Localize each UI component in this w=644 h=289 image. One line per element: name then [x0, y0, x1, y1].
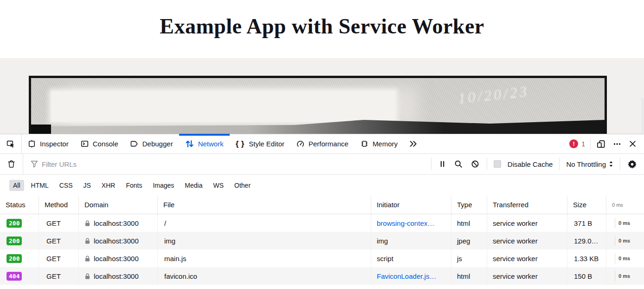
error-badge-icon[interactable]: ! — [569, 139, 578, 148]
throttling-dropdown[interactable]: No Throttling — [566, 160, 613, 168]
size-cell: 371 B — [567, 214, 606, 232]
type-cell: html — [451, 214, 487, 232]
page-title: Example App with Service Worker — [0, 0, 644, 39]
tab-label: Network — [198, 140, 224, 148]
initiator-cell: img — [371, 232, 451, 250]
tab-style-editor[interactable]: { } Style Editor — [230, 134, 290, 153]
tab-label: Style Editor — [249, 140, 284, 148]
method-cell: GET — [39, 250, 79, 267]
table-row[interactable]: 200 GET localhost:3000 img img jpeg serv… — [0, 232, 644, 250]
transferred-cell: service worker — [487, 214, 567, 232]
performance-gauge-icon — [296, 140, 304, 148]
col-transferred[interactable]: Transferred — [487, 196, 567, 214]
table-row[interactable]: 200 GET localhost:3000 main.js script js… — [0, 250, 644, 267]
initiator-cell: script — [371, 250, 451, 267]
table-row[interactable]: 200 GET localhost:3000 / browsing-contex… — [0, 214, 644, 232]
tab-console[interactable]: Console — [75, 134, 124, 153]
col-initiator[interactable]: Initiator — [371, 196, 451, 214]
filter-pill-xhr[interactable]: XHR — [98, 180, 119, 191]
clear-requests-button[interactable] — [0, 154, 23, 174]
initiator-link[interactable]: FaviconLoader.js… — [371, 267, 451, 285]
transferred-cell: service worker — [487, 267, 567, 285]
filter-pill-css[interactable]: CSS — [56, 180, 77, 191]
status-badge: 200 — [6, 219, 22, 228]
type-cell: js — [451, 250, 487, 267]
method-cell: GET — [39, 267, 79, 285]
double-chevron-icon — [409, 140, 417, 147]
network-arrows-icon — [185, 140, 194, 148]
waterfall-tick — [615, 218, 615, 228]
tab-label: Performance — [309, 140, 348, 148]
filter-pill-fonts[interactable]: Fonts — [122, 180, 146, 191]
tab-network[interactable]: Network — [179, 134, 230, 153]
tab-performance[interactable]: Performance — [290, 134, 354, 153]
col-status[interactable]: Status — [0, 196, 39, 214]
select-arrows-icon — [609, 161, 613, 167]
file-cell: img — [158, 232, 371, 250]
filter-urls-input[interactable] — [42, 160, 431, 168]
devtools-panel: Inspector Console Debugger Network — [0, 134, 644, 289]
filter-pill-js[interactable]: JS — [79, 180, 94, 191]
devtools-toolbar-right: ! 1 — [569, 134, 644, 153]
status-badge: 200 — [6, 236, 22, 245]
lock-icon — [84, 273, 90, 280]
filter-pill-media[interactable]: Media — [181, 180, 206, 191]
time-cell: 0 ms — [618, 220, 630, 226]
domain-cell: localhost:3000 — [94, 237, 139, 245]
lock-icon — [84, 220, 90, 227]
filter-pill-other[interactable]: Other — [231, 180, 254, 191]
tab-label: Console — [93, 140, 118, 148]
filter-pill-ws[interactable]: WS — [209, 180, 227, 191]
tab-label: Inspector — [40, 140, 69, 148]
time-cell: 0 ms — [618, 273, 630, 279]
gear-icon[interactable] — [627, 159, 638, 170]
divider — [431, 158, 431, 170]
lock-icon — [84, 255, 90, 262]
disable-cache-checkbox[interactable] — [494, 160, 501, 168]
tab-debugger[interactable]: Debugger — [124, 134, 179, 153]
table-row[interactable]: 404 GET localhost:3000 favicon.ico Favic… — [0, 267, 644, 285]
filter-area — [23, 160, 431, 168]
more-tools-button[interactable] — [404, 134, 423, 153]
meatball-menu-button[interactable] — [612, 139, 623, 149]
transferred-cell: service worker — [487, 232, 567, 250]
disable-cache-label: Disable Cache — [508, 160, 553, 168]
braces-icon: { } — [236, 139, 245, 149]
devtools-toolbar: Inspector Console Debugger Network — [0, 134, 644, 154]
col-waterfall[interactable]: 0 ms — [606, 196, 644, 214]
col-domain[interactable]: Domain — [79, 196, 158, 214]
block-requests-icon[interactable] — [470, 159, 480, 169]
status-badge: 404 — [6, 272, 22, 281]
type-cell: jpeg — [451, 232, 487, 250]
divider — [487, 158, 487, 170]
divider — [590, 138, 591, 150]
col-method[interactable]: Method — [39, 196, 79, 214]
initiator-link[interactable]: browsing-contex… — [371, 214, 451, 232]
type-cell: html — [451, 267, 487, 285]
pause-icon[interactable] — [438, 159, 447, 169]
filter-pill-html[interactable]: HTML — [27, 180, 52, 191]
col-size[interactable]: Size — [567, 196, 606, 214]
search-icon[interactable] — [453, 159, 464, 169]
network-toolbar-right: Disable Cache No Throttling — [431, 158, 644, 170]
tab-inspector[interactable]: Inspector — [22, 134, 75, 153]
method-cell: GET — [39, 232, 79, 250]
lock-icon — [84, 237, 90, 244]
col-file[interactable]: File — [158, 196, 371, 214]
waterfall-tick — [615, 253, 615, 263]
status-badge: 200 — [6, 254, 22, 263]
close-icon[interactable] — [628, 139, 638, 149]
tab-memory[interactable]: Memory — [354, 134, 404, 153]
memory-chip-icon — [361, 140, 368, 148]
filter-pill-images[interactable]: Images — [149, 180, 178, 191]
col-type[interactable]: Type — [451, 196, 487, 214]
time-cell: 0 ms — [618, 238, 630, 243]
inspector-icon — [28, 140, 36, 148]
pick-element-button[interactable] — [0, 134, 22, 153]
console-icon — [81, 140, 89, 148]
split-console-button[interactable] — [596, 139, 606, 149]
request-filter-bar: All HTML CSS JS XHR Fonts Images Media W… — [0, 175, 644, 196]
tab-label: Memory — [373, 140, 398, 148]
filter-pill-all[interactable]: All — [9, 180, 24, 191]
size-cell: 1.33 KB — [567, 250, 606, 267]
